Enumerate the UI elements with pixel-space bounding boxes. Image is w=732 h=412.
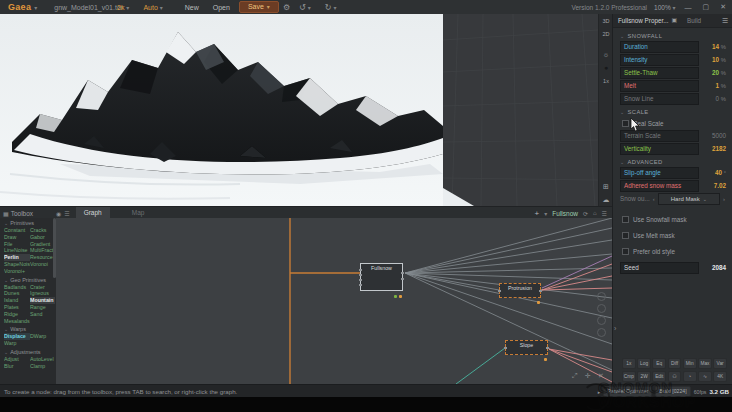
section-scale[interactable]: ⌄SCALE: [620, 109, 732, 115]
property-field[interactable]: Settle-Thaw: [620, 67, 699, 79]
toolbox-menu-icon[interactable]: ☰: [64, 210, 69, 217]
toolbox-section-primitives[interactable]: ⌄Primitives: [0, 218, 56, 227]
graph-home-icon[interactable]: ⌂: [593, 210, 597, 216]
graph-history-icon[interactable]: ⟳: [583, 210, 588, 217]
toolbox-item[interactable]: Voronoi: [30, 261, 55, 268]
property-field[interactable]: Snow Line: [620, 93, 699, 105]
panel-flyout-icon[interactable]: ›: [614, 325, 616, 332]
graph-menu-icon[interactable]: ☰: [602, 210, 607, 217]
display-button[interactable]: 4K: [713, 371, 727, 382]
app-menu-caret-icon[interactable]: ▾: [34, 4, 37, 11]
grid-toggle-icon[interactable]: ⊞: [599, 180, 613, 193]
graph-overlay-dot[interactable]: [597, 316, 606, 325]
property-field[interactable]: Melt: [620, 80, 699, 92]
toolbox-item[interactable]: Warp: [4, 340, 30, 347]
toolbox-item[interactable]: Crater: [30, 284, 55, 291]
graph-breadcrumb[interactable]: Fullsnow: [552, 210, 578, 217]
save-button[interactable]: Save▾: [239, 1, 279, 13]
ui-zoom-dropdown[interactable]: 100% ▾: [654, 4, 675, 11]
viewport-3d[interactable]: [0, 14, 598, 206]
toolbox-item[interactable]: MultiFractal: [30, 247, 55, 254]
open-button[interactable]: Open: [208, 4, 235, 11]
display-button[interactable]: ⚇: [668, 371, 682, 382]
add-node-button[interactable]: +: [535, 209, 540, 218]
graph-center-icon[interactable]: ✛: [585, 372, 591, 380]
toolbox-section-geo-primitives[interactable]: ⌄Geo Primitives: [0, 275, 56, 284]
toolbox-item[interactable]: Adjust: [4, 356, 30, 363]
property-field[interactable]: Intensity: [620, 54, 699, 66]
display-button[interactable]: Diff: [668, 358, 682, 369]
toolbox-item[interactable]: Voronoi+: [4, 268, 30, 275]
toolbox-item[interactable]: File: [4, 241, 30, 248]
next-option-icon[interactable]: ›: [722, 196, 726, 202]
real-scale-checkbox[interactable]: [622, 120, 629, 127]
display-button[interactable]: Var: [713, 358, 727, 369]
property-field[interactable]: Adhered snow mass: [620, 180, 699, 192]
display-button[interactable]: 1x: [622, 358, 636, 369]
display-button[interactable]: Cmp: [622, 371, 636, 382]
view-3d-button[interactable]: 3D: [599, 14, 613, 27]
display-button[interactable]: Eq: [652, 358, 666, 369]
use-melt-mask-checkbox[interactable]: [622, 232, 629, 239]
lighting-sun-icon[interactable]: ☼: [599, 48, 613, 61]
tab-node-properties[interactable]: Fullsnow Proper...▣: [613, 14, 682, 27]
snow-output-dropdown[interactable]: Hard Mask⌄: [658, 193, 720, 205]
close-button[interactable]: ✕: [718, 3, 728, 11]
graph-overlay-dot[interactable]: [597, 292, 606, 301]
property-field[interactable]: Verticality: [620, 143, 699, 155]
toolbox-item[interactable]: Blur: [4, 363, 30, 370]
toolbox-item[interactable]: Range: [30, 304, 55, 311]
prefer-old-style-checkbox[interactable]: [622, 248, 629, 255]
use-snowfall-mask-checkbox[interactable]: [622, 216, 629, 223]
maximize-button[interactable]: ▢: [701, 3, 712, 11]
parallel-optimizer-button[interactable]: Parallel Optimizer: [603, 386, 652, 397]
scale-1x-button[interactable]: 1x: [599, 74, 613, 87]
toolbox-item[interactable]: Clamp: [30, 363, 55, 370]
toolbox-item[interactable]: Draw: [4, 234, 30, 241]
node-slope[interactable]: Slope: [505, 340, 548, 355]
graph-canvas[interactable]: Fullsnow Protrusion Slope: [56, 218, 612, 384]
toolbox-item[interactable]: Island: [4, 297, 30, 304]
graph-overlay-dot[interactable]: [597, 304, 606, 313]
toolbox-section-warps[interactable]: ⌄Warps: [0, 324, 56, 333]
toolbox-item[interactable]: Badlands: [4, 284, 30, 291]
minimize-button[interactable]: —: [683, 4, 694, 11]
clouds-toggle-icon[interactable]: ☁: [599, 193, 613, 206]
display-button[interactable]: ∿: [698, 371, 712, 382]
properties-menu-icon[interactable]: ☰: [722, 17, 732, 25]
resolution-dropdown[interactable]: 2k ▾: [112, 4, 134, 11]
status-play-icon[interactable]: ▸: [598, 389, 601, 395]
build-status-button[interactable]: Build [0224]: [655, 386, 690, 397]
display-button[interactable]: 2W: [637, 371, 651, 382]
app-logo[interactable]: Gaea: [8, 2, 31, 12]
toolbox-item[interactable]: Constant: [4, 227, 30, 234]
toolbox-item-mountain[interactable]: Mountain: [30, 297, 55, 304]
redo-button[interactable]: ↻ ▾: [320, 3, 342, 12]
node-protrusion[interactable]: Protrusion: [499, 283, 541, 298]
graph-close-icon[interactable]: ✕: [598, 372, 604, 380]
prev-option-icon[interactable]: ‹: [652, 196, 656, 202]
toolbox-section-adjustments[interactable]: ⌄Adjustments: [0, 347, 56, 356]
toolbox-item[interactable]: LineNoise: [4, 247, 30, 254]
toolbox-item[interactable]: Ridge: [4, 311, 30, 318]
node-fullsnow[interactable]: Fullsnow: [360, 263, 403, 291]
section-advanced[interactable]: ⌄ADVANCED: [620, 159, 732, 165]
display-button[interactable]: Max: [698, 358, 712, 369]
toolbox-item-perlin[interactable]: Perlin: [4, 254, 30, 261]
toolbox-item[interactable]: Mesalands: [4, 318, 30, 325]
toolbox-item[interactable]: DWarp: [30, 333, 55, 340]
property-field[interactable]: Slip-off angle: [620, 167, 699, 179]
settings-gear-icon[interactable]: ⚙: [283, 3, 290, 12]
toolbox-pin-icon[interactable]: ◉: [56, 210, 61, 217]
tab-build[interactable]: Build: [682, 14, 706, 27]
undo-button[interactable]: ↺ ▾: [294, 3, 316, 12]
display-button[interactable]: ◔: [683, 371, 697, 382]
toolbox-item[interactable]: Plates: [4, 304, 30, 311]
toolbox-item[interactable]: Sand: [30, 311, 55, 318]
toolbox-item[interactable]: ShapeNoise: [4, 261, 30, 268]
display-button[interactable]: Min: [683, 358, 697, 369]
display-button[interactable]: Log: [637, 358, 651, 369]
toolbox-item[interactable]: Cracks: [30, 227, 55, 234]
water-sphere-icon[interactable]: ●: [599, 61, 613, 74]
section-snowfall[interactable]: ⌄SNOWFALL: [620, 33, 732, 39]
